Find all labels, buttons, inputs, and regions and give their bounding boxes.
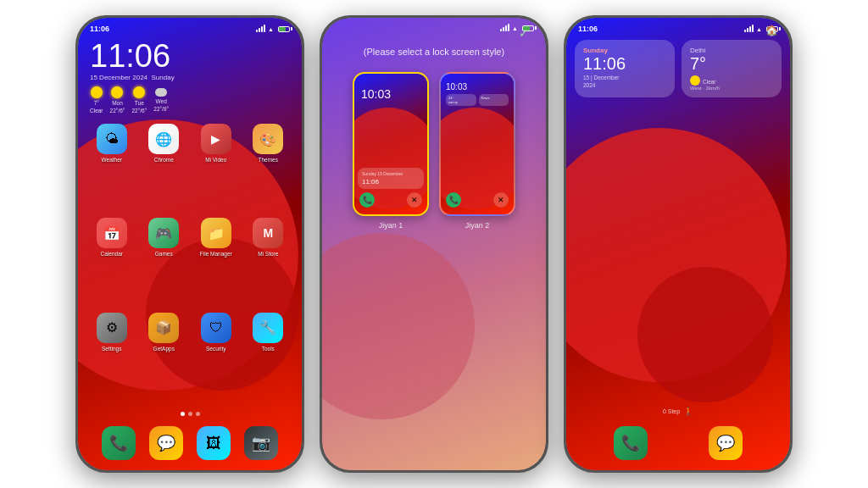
- phone1-weather-strip: 7° Clear Mon 22°/6° Tue 22°/6° Wed 22°/8…: [78, 83, 302, 117]
- phone3-widgets-row: Sunday 11:06 15 | December 2024 Delhi 7°…: [566, 36, 790, 103]
- weather-sun-icon: [690, 75, 700, 86]
- app-mistore[interactable]: M Mi Store: [245, 218, 292, 307]
- filemanager-app-icon: 📁: [201, 218, 231, 248]
- widget-time: 11:06: [583, 54, 666, 73]
- app-themes[interactable]: 🎨 Themes: [245, 124, 292, 213]
- dock-phone[interactable]: 📞: [102, 426, 136, 460]
- phone2-wifi-icon: ▲: [512, 25, 518, 31]
- phone1-screen: 11:06 ▲ 11:06: [78, 18, 302, 470]
- phone3-signal-icon: [744, 25, 754, 32]
- phone1-clock: 11:06: [90, 40, 290, 72]
- games-app-icon: 🎮: [148, 218, 179, 248]
- lockscreen-selector-title: (Please select a lock screen style): [347, 35, 521, 64]
- app-mistore-label: Mi Store: [258, 251, 278, 257]
- getapps-app-icon: 📦: [148, 313, 179, 343]
- app-calendar[interactable]: 📅 Calendar: [88, 218, 136, 307]
- mistore-app-icon: M: [253, 218, 283, 248]
- app-chrome[interactable]: 🌐 Chrome: [141, 124, 188, 213]
- phone3-spacer: [566, 103, 790, 403]
- weather-city: Delhi: [690, 47, 773, 54]
- app-tools[interactable]: 🔧 Tools: [245, 313, 292, 402]
- phone3-dock-messages[interactable]: 💬: [709, 426, 743, 460]
- lockscreen-option-jiyan1[interactable]: 10:03 Sunday 15 December 11:06 📞 ✕ Jiyan: [353, 72, 429, 230]
- preview-time-1: 10:03: [361, 87, 391, 101]
- lockscreen-preview-jiyan1: 10:03 Sunday 15 December 11:06 📞 ✕: [353, 72, 429, 216]
- weather-tue: Tue 22°/6°: [131, 86, 147, 114]
- tools-app-icon: 🔧: [253, 313, 283, 343]
- app-security-label: Security: [206, 346, 225, 352]
- weather-temp-current: 7° Clear: [90, 86, 103, 114]
- calendar-app-icon: 📅: [97, 218, 127, 248]
- phone1-status-icons: ▲: [256, 25, 290, 32]
- step-counter: 0 Step 🚶: [566, 403, 790, 419]
- widget-day: Sunday: [583, 47, 666, 54]
- security-app-icon: 🛡: [201, 313, 231, 343]
- date-time-widget: Sunday 11:06 15 | December 2024: [575, 40, 675, 97]
- cloud-icon-wed: [155, 88, 167, 97]
- dock-messages[interactable]: 💬: [149, 426, 183, 460]
- option-label-jiyan1: Jiyan 1: [379, 221, 403, 230]
- phone-1: 11:06 ▲ 11:06: [75, 15, 304, 473]
- sun-icon-tue: [133, 86, 145, 98]
- wifi-icon: ▲: [268, 26, 274, 32]
- app-filemanager-label: File Manager: [200, 251, 232, 257]
- lockscreen-options: 10:03 Sunday 15 December 11:06 📞 ✕ Jiyan: [344, 64, 524, 238]
- option-label-jiyan2: Jiyan 2: [465, 221, 490, 230]
- app-tools-label: Tools: [262, 346, 275, 352]
- app-themes-label: Themes: [259, 157, 278, 163]
- weather-temp: 7°: [690, 54, 773, 74]
- app-weather-label: Weather: [102, 157, 122, 163]
- app-getapps[interactable]: 📦 GetApps: [141, 313, 188, 402]
- phone1-dock: 📞 💬 🖼 📷: [78, 419, 302, 470]
- weather-widget-card: Delhi 7° Clear West · 1km/h: [682, 40, 782, 97]
- step-count-label: 0 Step: [663, 408, 680, 414]
- phone1-status-time: 11:06: [90, 25, 109, 33]
- app-filemanager[interactable]: 📁 File Manager: [192, 218, 240, 307]
- widget-date: 15 | December: [583, 75, 666, 80]
- weather-app-icon: 🌤: [97, 124, 127, 154]
- phone1-date: 15 December 2024 Sunday: [90, 74, 290, 81]
- preview-widget-1: Sunday 15 December 11:06: [358, 168, 424, 189]
- app-getapps-label: GetApps: [153, 346, 175, 352]
- app-mivideo-label: Mi Video: [205, 157, 226, 163]
- app-chrome-label: Chrome: [154, 157, 174, 163]
- signal-icon: [256, 25, 265, 32]
- walk-icon: 🚶: [683, 407, 693, 416]
- phone3-dock-phone[interactable]: 📞: [614, 426, 648, 460]
- preview-inner-2: 10:03 24°sunny News 📞 ✕: [441, 74, 514, 214]
- preview-inner-1: 10:03 Sunday 15 December 11:06 📞 ✕: [354, 74, 427, 214]
- phone2-status-icons: ▲: [500, 25, 534, 31]
- phone-2: ▲ ✓ (Please select a lock screen style) …: [320, 15, 548, 473]
- weather-temp-val: 7°: [690, 54, 706, 73]
- phone3-screen: 11:06 ▲ 🏠: [566, 18, 790, 470]
- lockscreen-preview-jiyan2: 10:03 24°sunny News 📞 ✕: [439, 72, 515, 216]
- weather-wind: West · 1km/h: [690, 86, 773, 91]
- page-dot-1: [181, 412, 185, 416]
- weather-mon: Mon 22°/6°: [110, 86, 125, 114]
- chrome-app-icon: 🌐: [148, 124, 179, 154]
- phone2-screen: ▲ ✓ (Please select a lock screen style) …: [322, 18, 546, 470]
- phone1-app-grid: 🌤 Weather 🌐 Chrome ▶ Mi Video 🎨 Themes 📅: [78, 117, 302, 408]
- app-settings[interactable]: ⚙ Settings: [88, 313, 136, 402]
- mivideo-app-icon: ▶: [201, 124, 231, 154]
- phone3-dock: 📞 💬: [566, 419, 790, 470]
- app-games[interactable]: 🎮 Games: [141, 218, 188, 307]
- phone2-signal-icon: [500, 25, 509, 31]
- settings-app-icon: ⚙: [97, 313, 127, 343]
- phone1-clock-area: 11:06 15 December 2024 Sunday: [78, 36, 302, 83]
- lockscreen-option-jiyan2[interactable]: 10:03 24°sunny News 📞 ✕: [439, 72, 515, 230]
- home-button[interactable]: 🏠: [765, 25, 778, 36]
- sun-icon-mon: [111, 86, 123, 98]
- phone-3: 11:06 ▲ 🏠: [564, 15, 793, 473]
- battery-icon: [278, 26, 290, 32]
- app-weather[interactable]: 🌤 Weather: [88, 124, 136, 213]
- phone2-status-bar: ▲: [322, 18, 546, 35]
- phone3-status-time: 11:06: [578, 25, 598, 33]
- dock-camera[interactable]: 📷: [244, 426, 278, 460]
- weather-condition: Clear: [703, 79, 716, 85]
- dock-gallery[interactable]: 🖼: [197, 426, 231, 460]
- weather-wed: Wed 22°/8°: [153, 88, 169, 112]
- app-security[interactable]: 🛡 Security: [192, 313, 240, 402]
- widget-year: 2024: [583, 82, 666, 88]
- app-mivideo[interactable]: ▶ Mi Video: [192, 124, 240, 213]
